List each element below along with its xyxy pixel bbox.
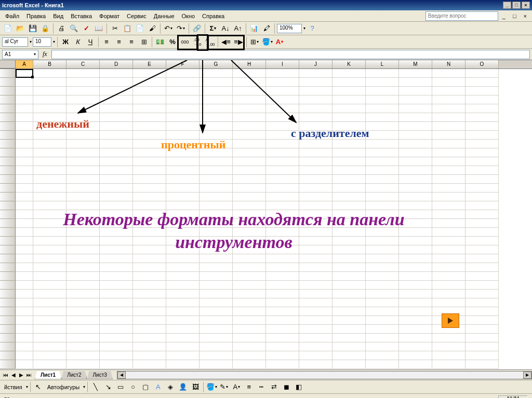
fill-color-icon[interactable]: 🪣▾ bbox=[261, 36, 273, 48]
cell[interactable] bbox=[66, 272, 100, 281]
cell[interactable] bbox=[399, 334, 432, 342]
cell[interactable] bbox=[166, 281, 200, 290]
cell[interactable] bbox=[366, 140, 399, 148]
textbox-icon[interactable]: ▢ bbox=[140, 381, 151, 393]
row-header[interactable] bbox=[0, 298, 16, 307]
cell[interactable] bbox=[100, 254, 133, 263]
cell[interactable] bbox=[466, 245, 499, 254]
cell[interactable] bbox=[200, 325, 233, 334]
cell[interactable] bbox=[100, 351, 133, 360]
cell[interactable] bbox=[432, 298, 466, 307]
cell[interactable] bbox=[299, 166, 332, 175]
cell[interactable] bbox=[33, 104, 66, 113]
cell[interactable] bbox=[33, 263, 66, 272]
cell[interactable] bbox=[266, 69, 299, 78]
cell[interactable] bbox=[166, 95, 200, 104]
column-header[interactable]: E bbox=[133, 60, 166, 68]
cell[interactable] bbox=[166, 184, 200, 193]
column-header[interactable]: D bbox=[100, 60, 133, 68]
row-header[interactable] bbox=[0, 78, 16, 87]
cell[interactable] bbox=[466, 342, 499, 351]
doc-close[interactable]: × bbox=[521, 12, 530, 20]
cell[interactable] bbox=[399, 307, 432, 316]
cell[interactable] bbox=[16, 237, 33, 245]
cell[interactable] bbox=[166, 78, 200, 87]
cell[interactable] bbox=[299, 290, 332, 298]
cell[interactable] bbox=[16, 175, 33, 184]
menu-edit[interactable]: Правка bbox=[23, 12, 49, 20]
cell[interactable] bbox=[133, 281, 166, 290]
cell[interactable] bbox=[432, 334, 466, 342]
cell[interactable] bbox=[200, 104, 233, 113]
cell[interactable] bbox=[100, 122, 133, 131]
cell[interactable] bbox=[100, 325, 133, 334]
cell[interactable] bbox=[166, 298, 200, 307]
cell[interactable] bbox=[432, 254, 466, 263]
cell[interactable] bbox=[66, 290, 100, 298]
cell[interactable] bbox=[233, 298, 266, 307]
font-color-draw-icon[interactable]: A▾ bbox=[231, 381, 242, 393]
rectangle-icon[interactable]: ▭ bbox=[115, 381, 126, 393]
clipart-icon[interactable]: 👤 bbox=[177, 381, 189, 393]
cell[interactable] bbox=[200, 272, 233, 281]
cell[interactable] bbox=[299, 184, 332, 193]
cell[interactable] bbox=[16, 140, 33, 148]
cell[interactable] bbox=[33, 148, 66, 157]
cell[interactable] bbox=[366, 334, 399, 342]
cell[interactable] bbox=[66, 254, 100, 263]
cell[interactable] bbox=[466, 254, 499, 263]
cell[interactable] bbox=[332, 298, 366, 307]
cell[interactable] bbox=[66, 87, 100, 95]
sort-asc-icon[interactable]: A↓ bbox=[220, 23, 231, 34]
open-icon[interactable]: 📂 bbox=[15, 23, 26, 34]
cell[interactable] bbox=[166, 263, 200, 272]
cell[interactable] bbox=[432, 104, 466, 113]
cell[interactable] bbox=[33, 351, 66, 360]
cell[interactable] bbox=[432, 193, 466, 201]
wordart-icon[interactable]: A bbox=[152, 381, 164, 393]
cell[interactable] bbox=[332, 360, 366, 369]
picture-icon[interactable]: 🖼 bbox=[190, 381, 201, 393]
cell[interactable] bbox=[432, 140, 466, 148]
row-header[interactable] bbox=[0, 263, 16, 272]
cell[interactable] bbox=[33, 254, 66, 263]
cell[interactable] bbox=[299, 78, 332, 87]
zoom-input[interactable]: 100% bbox=[277, 24, 302, 33]
cell[interactable] bbox=[432, 175, 466, 184]
cell[interactable] bbox=[266, 140, 299, 148]
cell[interactable] bbox=[466, 95, 499, 104]
cell[interactable] bbox=[16, 254, 33, 263]
print-icon[interactable]: 🖨 bbox=[56, 23, 67, 34]
cell[interactable] bbox=[233, 95, 266, 104]
row-header[interactable] bbox=[0, 219, 16, 228]
cell[interactable] bbox=[266, 148, 299, 157]
cell[interactable] bbox=[366, 360, 399, 369]
cell[interactable] bbox=[399, 290, 432, 298]
row-header[interactable] bbox=[0, 201, 16, 210]
cell[interactable] bbox=[100, 104, 133, 113]
cell[interactable] bbox=[332, 272, 366, 281]
cell[interactable] bbox=[432, 245, 466, 254]
cell[interactable] bbox=[466, 351, 499, 360]
font-name-input[interactable]: al Cyr bbox=[2, 37, 28, 47]
cell[interactable] bbox=[66, 298, 100, 307]
cell[interactable] bbox=[399, 316, 432, 325]
font-size-input[interactable]: 10 bbox=[33, 37, 51, 47]
cell[interactable] bbox=[432, 148, 466, 157]
cell[interactable] bbox=[299, 113, 332, 122]
cell[interactable] bbox=[66, 131, 100, 140]
row-header[interactable] bbox=[0, 360, 16, 369]
cell[interactable] bbox=[200, 193, 233, 201]
cell[interactable] bbox=[133, 325, 166, 334]
row-header[interactable] bbox=[0, 210, 16, 219]
cell[interactable] bbox=[33, 95, 66, 104]
cell[interactable] bbox=[16, 228, 33, 237]
cell[interactable] bbox=[466, 87, 499, 95]
cell[interactable] bbox=[166, 334, 200, 342]
cell[interactable] bbox=[66, 95, 100, 104]
cell[interactable] bbox=[399, 263, 432, 272]
cell[interactable] bbox=[332, 104, 366, 113]
column-header[interactable]: J bbox=[299, 60, 332, 68]
cell[interactable] bbox=[16, 157, 33, 166]
cell[interactable] bbox=[100, 87, 133, 95]
